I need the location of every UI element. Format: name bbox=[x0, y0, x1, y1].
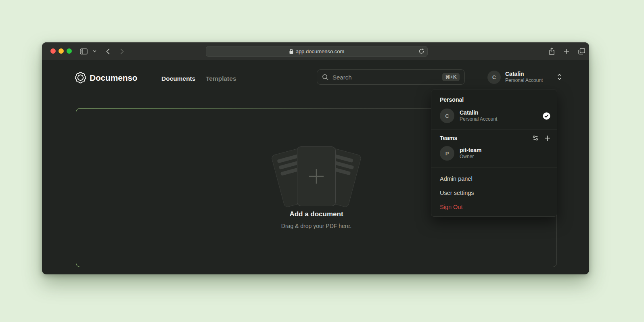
browser-window: app.documenso.com bbox=[42, 42, 589, 274]
avatar: C bbox=[440, 109, 454, 123]
window-close-button[interactable] bbox=[50, 48, 56, 54]
personal-account-name: Catalin bbox=[460, 109, 497, 116]
brand-name: Documenso bbox=[90, 73, 137, 83]
team-text: pit-team Owner bbox=[460, 147, 481, 160]
search-box: ⌘+K bbox=[317, 69, 465, 85]
menu-teams-header: Teams bbox=[431, 134, 557, 144]
dropzone-subtitle: Drag & drop your PDF here. bbox=[76, 223, 556, 229]
menu-section-teams: Teams bbox=[440, 135, 457, 141]
nav-templates[interactable]: Templates bbox=[206, 75, 236, 82]
plus-icon[interactable] bbox=[544, 135, 550, 141]
account-name: Catalin bbox=[505, 71, 524, 77]
search-icon bbox=[322, 74, 328, 80]
team-role: Owner bbox=[460, 154, 481, 160]
sidebar-icon[interactable] bbox=[78, 42, 89, 60]
avatar: P bbox=[440, 146, 454, 161]
search-input[interactable] bbox=[332, 74, 438, 81]
share-icon[interactable] bbox=[546, 42, 557, 60]
menu-item-admin-panel[interactable]: Admin panel bbox=[431, 171, 557, 186]
chevrons-up-down-icon bbox=[557, 74, 562, 82]
nav-documents[interactable]: Documents bbox=[161, 75, 195, 82]
menu-team-row[interactable]: P pit-team Owner bbox=[431, 144, 557, 163]
document-card-center bbox=[297, 146, 336, 206]
url-text: app.documenso.com bbox=[296, 48, 345, 54]
menu-item-sign-out[interactable]: Sign Out bbox=[431, 200, 557, 214]
desktop-background: app.documenso.com bbox=[0, 0, 644, 322]
check-circle-icon bbox=[543, 112, 550, 120]
lock-icon bbox=[289, 49, 293, 54]
settings-icon[interactable] bbox=[532, 135, 539, 141]
browser-toolbar: app.documenso.com bbox=[42, 42, 589, 60]
menu-section-personal: Personal bbox=[431, 94, 557, 106]
new-tab-icon[interactable] bbox=[561, 42, 572, 60]
avatar: C bbox=[487, 71, 501, 84]
search-shortcut-badge: ⌘+K bbox=[442, 73, 460, 81]
chevron-down-icon[interactable] bbox=[91, 42, 98, 60]
documenso-logo-icon bbox=[74, 71, 87, 84]
document-stack-illustration bbox=[274, 146, 359, 207]
address-bar[interactable]: app.documenso.com bbox=[206, 46, 428, 57]
plus-icon bbox=[307, 167, 326, 186]
account-menu-button[interactable]: C Catalin Personal Account bbox=[486, 70, 562, 85]
window-minimize-button[interactable] bbox=[59, 48, 64, 54]
tabs-icon[interactable] bbox=[576, 42, 587, 60]
menu-item-user-settings[interactable]: User settings bbox=[431, 186, 557, 200]
personal-account-type: Personal Account bbox=[460, 116, 497, 122]
window-zoom-button[interactable] bbox=[67, 48, 72, 54]
personal-account-text: Catalin Personal Account bbox=[460, 109, 497, 122]
reload-icon[interactable] bbox=[419, 48, 424, 55]
menu-divider bbox=[431, 167, 557, 167]
forward-icon[interactable] bbox=[117, 42, 126, 60]
team-name: pit-team bbox=[460, 147, 481, 154]
teams-actions bbox=[532, 135, 550, 141]
back-icon[interactable] bbox=[103, 42, 112, 60]
menu-personal-account-row[interactable]: C Catalin Personal Account bbox=[431, 106, 557, 125]
account-type: Personal Account bbox=[505, 77, 543, 83]
menu-divider bbox=[431, 130, 557, 130]
account-menu: Personal C Catalin Personal Account Team… bbox=[431, 90, 557, 217]
